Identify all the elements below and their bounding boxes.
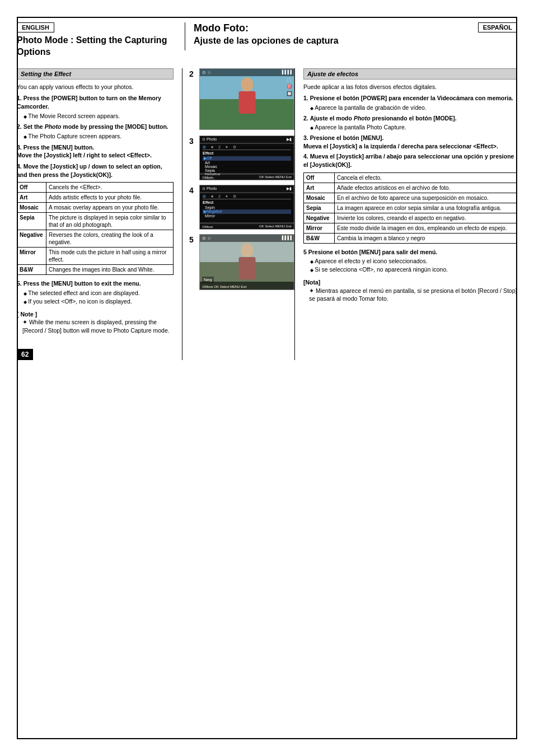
es-effect-row-sepia: Sepia La imagen aparece en color sepia s… <box>304 203 517 213</box>
effect-name-mosaic: Mosaic <box>17 203 46 213</box>
border-left <box>17 17 18 739</box>
effect-desc-negative: Reverses the colors, creating the look o… <box>46 230 174 248</box>
english-title: Photo Mode : Setting the Capturing Optio… <box>17 35 179 58</box>
es-step1-text: Presione el botón [POWER] para encender … <box>310 95 513 101</box>
screenshot-3: 3 ⊙ Photo ▶▮ ⊞ ★ 2 ✦ <box>199 136 289 180</box>
cam-screen-4: ⊙ Photo ▶▮ ⊞ ★ 2 ✦ ⚙ Effect <box>199 185 294 230</box>
english-subsection-title: Setting the Effect <box>17 68 174 80</box>
english-badge: ENGLISH <box>17 22 54 32</box>
es-effect-desc-off: Cancela el efecto. <box>335 172 517 183</box>
english-step5-list: 5. Press the [MENU] button to exit the m… <box>17 279 174 305</box>
step1-bullets: The Movie Record screen appears. <box>17 112 174 120</box>
cam-screen-3: ⊙ Photo ▶▮ ⊞ ★ 2 ✦ ⚙ Effect <box>199 136 294 180</box>
es-effect-name-mosaic: Mosaic <box>304 193 335 203</box>
english-step-3: 3. Press the [MENU] button.Move the [Joy… <box>17 143 174 160</box>
spanish-step-5: 5 Presione el botón [MENU] para salir de… <box>303 248 517 274</box>
step3-text: Press the [MENU] button.Move the [Joysti… <box>17 144 152 159</box>
es-step4-text: Mueva el [Joystick] arriba / abajo para … <box>303 153 514 168</box>
effect-name-mirror: Mirror <box>17 248 46 265</box>
spanish-note-label: [Nota] <box>303 278 517 287</box>
es-effect-name-off: Off <box>304 172 335 183</box>
screenshot-2: 2 ⊙ ☆ ▐▐▐▐ <box>199 68 289 130</box>
effect-row-sepia: Sepia The picture is displayed in sepia … <box>17 213 174 230</box>
spanish-note-text: Mientras aparece el menú en pantalla, si… <box>303 287 517 303</box>
es-step5-bullets: Aparece el efecto y el icono seleccionad… <box>303 257 517 273</box>
page: ENGLISH Photo Mode : Setting the Capturi… <box>0 0 534 756</box>
spanish-intro: Puede aplicar a las fotos diversos efect… <box>303 83 517 91</box>
english-note-label: [ Note ] <box>17 310 174 319</box>
es-step2-num: 2. <box>303 115 308 122</box>
effect-name-art: Art <box>17 193 46 203</box>
effect-row-mirror: Mirror This mode cuts the picture in hal… <box>17 248 174 265</box>
top-header: ENGLISH Photo Mode : Setting the Capturi… <box>17 22 517 63</box>
english-step-1: 1. Press the [POWER] button to turn on t… <box>17 94 174 120</box>
es-effect-row-art: Art Añade efectos artísticos en el archi… <box>304 183 517 193</box>
spanish-steps: 1. Presione el botón [POWER] para encend… <box>303 94 517 169</box>
es-step2-bullets: Aparece la pantalla Photo Capture. <box>303 123 517 132</box>
es-step4-num: 4. <box>303 153 308 160</box>
screenshot-num-4: 4 <box>189 186 194 195</box>
step5-bullet-1: The selected effect and icon are display… <box>24 289 174 297</box>
page-number-area: 62 <box>17 343 174 360</box>
step5-bullets: The selected effect and icon are display… <box>17 289 174 305</box>
english-steps: 1. Press the [POWER] button to turn on t… <box>17 94 174 179</box>
step1-bullet-1: The Movie Record screen appears. <box>24 112 174 120</box>
spanish-header: Modo Foto: Ajuste de las opciones de cap… <box>185 22 517 50</box>
columns-area: Setting the Effect You can apply various… <box>17 68 517 360</box>
es-step5-text: Presione el botón [MENU] para salir del … <box>308 249 437 255</box>
page-number: 62 <box>17 349 33 360</box>
effect-name-sepia: Sepia <box>17 213 46 230</box>
english-effects-table: Off Cancels the <Effect>. Art Adds artis… <box>17 182 174 275</box>
effect-row-off: Off Cancels the <Effect>. <box>17 183 174 193</box>
english-content: Setting the Effect You can apply various… <box>17 68 179 360</box>
effect-desc-bw: Changes the images into Black and White. <box>46 265 174 275</box>
spanish-title-line1: Modo Foto: <box>194 22 339 35</box>
english-step-4: 4. Move the [Joystick] up / down to sele… <box>17 162 174 179</box>
english-lang-badge: ENGLISH <box>17 22 179 35</box>
es-effect-desc-sepia: La imagen aparece en color sepia similar… <box>335 203 517 213</box>
spanish-subsection-title: Ajuste de efectos <box>303 68 517 80</box>
spanish-title-text: Modo Foto: Ajuste de las opciones de cap… <box>194 22 339 50</box>
step5-bullet-2: If you select <Off>, no icon is displaye… <box>24 297 174 306</box>
effect-row-bw: B&W Changes the images into Black and Wh… <box>17 265 174 275</box>
screenshot-4: 4 ⊙ Photo ▶▮ ⊞ ★ 2 ✦ <box>199 185 289 230</box>
es-effect-desc-mirror: Este modo divide la imagen en dos, emple… <box>335 223 517 233</box>
spanish-title-line2: Ajuste de las opciones de captura <box>194 36 339 46</box>
spanish-step-4: 4. Mueva el [Joystick] arriba / abajo pa… <box>303 152 517 169</box>
es-effect-name-bw: B&W <box>304 233 335 243</box>
spanish-content: Ajuste de efectos Puede aplicar a las fo… <box>298 68 517 360</box>
es-step5-bullet-2: Si se selecciona <Off>, no aparecerá nin… <box>310 265 517 274</box>
effect-desc-off: Cancels the <Effect>. <box>46 183 174 193</box>
effect-desc-art: Adds artistic effects to your photo file… <box>46 193 174 203</box>
step4-text: Move the [Joystick] up / down to select … <box>17 163 162 178</box>
effect-row-negative: Negative Reverses the colors, creating t… <box>17 230 174 248</box>
spanish-step-3: 3. Presione el botón [MENU].Mueva el [Jo… <box>303 134 517 150</box>
spanish-note: [Nota] Mientras aparece el menú en panta… <box>303 278 517 303</box>
effect-name-off: Off <box>17 183 46 193</box>
es-effect-name-mirror: Mirror <box>304 223 335 233</box>
es-step5-bullet-1: Aparece el efecto y el icono seleccionad… <box>310 257 517 265</box>
es-effect-name-sepia: Sepia <box>304 203 335 213</box>
es-effect-row-mirror: Mirror Este modo divide la imagen en dos… <box>304 223 517 233</box>
step2-text: Set the Photo mode by pressing the [MODE… <box>24 123 168 130</box>
effect-name-bw: B&W <box>17 265 46 275</box>
screenshot-num-3: 3 <box>189 137 194 146</box>
es-effect-desc-bw: Cambia la imagen a blanco y negro <box>335 233 517 243</box>
spanish-effects-table: Off Cancela el efecto. Art Añade efectos… <box>303 172 517 244</box>
cam-screen-5: ⊙ ☆ ▐▐▐▐ Neg ⊙Move OK Select MENU Exit <box>199 234 294 290</box>
english-header: ENGLISH Photo Mode : Setting the Capturi… <box>17 22 179 63</box>
es-effect-row-bw: B&W Cambia la imagen a blanco y negro <box>304 233 517 243</box>
es-effect-desc-mosaic: En el archivo de foto aparece una superp… <box>335 193 517 203</box>
spanish-step-1: 1. Presione el botón [POWER] para encend… <box>303 94 517 111</box>
es-step3-num: 3. <box>303 134 308 141</box>
english-step-2: 2. Set the Photo mode by pressing the [M… <box>17 123 174 140</box>
effect-row-mosaic: Mosaic A mosaic overlay appears on your … <box>17 203 174 213</box>
es-effect-row-off: Off Cancela el efecto. <box>304 172 517 183</box>
spanish-step5-list: 5 Presione el botón [MENU] para salir de… <box>303 248 517 274</box>
es-effect-row-negative: Negative Invierte los colores, creando e… <box>304 213 517 223</box>
es-effect-name-negative: Negative <box>304 213 335 223</box>
screenshot-num-5: 5 <box>189 235 194 244</box>
es-step2-bullet-1: Aparece la pantalla Photo Capture. <box>310 123 517 132</box>
es-step1-bullet-1: Aparece la pantalla de grabación de víde… <box>310 104 517 112</box>
effect-name-negative: Negative <box>17 230 46 248</box>
